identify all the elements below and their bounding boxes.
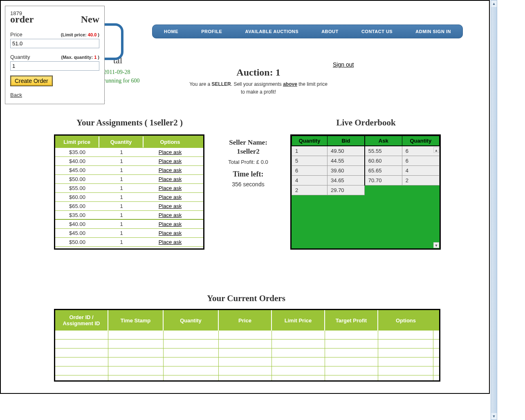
new-order-popup: 1879 New order Price (Limit price: 40.0 … xyxy=(5,6,105,104)
total-profit: Total Profit: £ 0.0 xyxy=(213,159,283,165)
assignments-head-row: Limit price Quantity Options xyxy=(55,136,203,148)
orderbook-row: 229.70 xyxy=(292,185,440,195)
assignment-quantity: 1 xyxy=(99,194,144,200)
time-left-label: Time left: xyxy=(213,170,283,179)
back-link[interactable]: Back xyxy=(10,92,99,98)
ob-ask: 55.55 xyxy=(365,146,402,156)
assignment-limit-price: $55.00 xyxy=(55,185,99,191)
nav-admin-sign-in[interactable]: ADMIN SIGN IN xyxy=(415,29,451,34)
place-ask-link[interactable]: Place ask xyxy=(159,203,182,209)
assignment-row: $45.001Place ask xyxy=(55,166,203,175)
nav-contact-us[interactable]: CONTACT US xyxy=(361,29,393,34)
assignment-quantity: 1 xyxy=(99,158,144,164)
orderbook-table: Quantity Bid Ask Quantity 149.5055.55654… xyxy=(290,134,441,250)
place-ask-link[interactable]: Place ask xyxy=(159,149,182,155)
ob-bid: 29.70 xyxy=(328,185,365,195)
place-ask-link[interactable]: Place ask xyxy=(159,167,182,173)
price-field-row: Price (Limit price: 40.0 ) xyxy=(10,31,99,38)
time-left-value: 356 seconds xyxy=(213,181,283,188)
orders-col-id: Order ID / Assignment ID xyxy=(55,310,108,331)
orders-col-price: Price xyxy=(219,310,272,331)
orderbook-scroll-up[interactable]: ▲ xyxy=(433,147,439,153)
assignment-row: $40.001Place ask xyxy=(55,220,203,229)
place-ask-link[interactable]: Place ask xyxy=(159,230,182,236)
nav-available-auctions[interactable]: AVAILABLE AUCTIONS xyxy=(245,29,298,34)
quantity-hint: (Max. quantity: 1 ) xyxy=(61,55,99,60)
assignment-limit-price: $45.00 xyxy=(55,230,99,236)
seller-name-label: Seller Name: xyxy=(213,139,283,147)
assignment-row: $35.001Place ask xyxy=(55,211,203,220)
place-ask-link[interactable]: Place ask xyxy=(159,212,182,218)
sign-out-link[interactable]: Sign out xyxy=(333,61,354,68)
order-row xyxy=(55,331,439,340)
assignment-quantity: 1 xyxy=(99,149,144,155)
assignment-row: $55.001Place ask xyxy=(55,184,203,193)
order-row xyxy=(55,366,439,375)
orderbook-row: 639.6065.654 xyxy=(292,166,440,176)
place-ask-link[interactable]: Place ask xyxy=(159,248,182,248)
nav-about[interactable]: ABOUT xyxy=(321,29,339,34)
order-row xyxy=(55,349,439,357)
orderbook-row: 434.6570.702 xyxy=(292,176,440,185)
place-ask-link[interactable]: Place ask xyxy=(159,158,182,164)
assignment-row: $55.001Place ask xyxy=(55,247,203,248)
orderbook-scroll-down[interactable]: ▼ xyxy=(433,242,439,248)
place-ask-link[interactable]: Place ask xyxy=(159,176,182,182)
nav-home[interactable]: HOME xyxy=(164,29,178,34)
auction-title: Auction: 1 xyxy=(187,67,330,78)
seller-info: Seller Name: 1seller2 Total Profit: £ 0.… xyxy=(213,139,283,188)
assignment-limit-price: $55.00 xyxy=(55,248,99,248)
assignment-quantity: 1 xyxy=(99,239,144,245)
col-limit-price: Limit price xyxy=(55,136,99,147)
assignment-row: $35.001Place ask xyxy=(55,148,203,157)
order-row xyxy=(55,357,439,366)
assignment-limit-price: $60.00 xyxy=(55,194,99,200)
ob-ask: 70.70 xyxy=(365,176,402,185)
ob-col-bid: Bid xyxy=(328,136,365,146)
quantity-label: Quantity xyxy=(10,54,30,60)
orders-table: Order ID / Assignment ID Time Stamp Quan… xyxy=(54,309,440,382)
ob-bid: 44.55 xyxy=(328,156,365,166)
popup-title: New order xyxy=(10,13,99,26)
ob-bid-qty: 1 xyxy=(292,146,328,156)
quantity-input[interactable] xyxy=(10,61,99,71)
seller-name: 1seller2 xyxy=(237,147,260,155)
place-ask-link[interactable]: Place ask xyxy=(159,221,182,227)
assignment-quantity: 1 xyxy=(99,176,144,182)
ob-ask-qty: 6 xyxy=(402,156,439,166)
price-hint: (Limit price: 40.0 ) xyxy=(61,32,99,37)
assignment-limit-price: $35.00 xyxy=(55,149,99,155)
assignment-limit-price: $50.00 xyxy=(55,176,99,182)
assignment-limit-price: $40.00 xyxy=(55,158,99,164)
assignment-row: $60.001Place ask xyxy=(55,193,203,202)
assignment-quantity: 1 xyxy=(99,203,144,209)
nav-profile[interactable]: PROFILE xyxy=(201,29,222,34)
assignment-quantity: 1 xyxy=(99,230,144,236)
order-row xyxy=(55,340,439,349)
ob-col-bid-qty: Quantity xyxy=(292,136,328,146)
assignment-quantity: 1 xyxy=(99,212,144,218)
place-ask-link[interactable]: Place ask xyxy=(159,239,182,245)
price-input[interactable] xyxy=(10,39,99,48)
place-ask-link[interactable]: Place ask xyxy=(159,185,182,191)
assignment-quantity: 1 xyxy=(99,221,144,227)
ob-bid-qty: 4 xyxy=(292,176,328,185)
ob-ask: 60.60 xyxy=(365,156,402,166)
page-scrollbar[interactable]: ▲ ▼ xyxy=(491,0,497,420)
orderbook-header: Live Orderbook xyxy=(290,118,442,128)
assignment-limit-price: $40.00 xyxy=(55,221,99,227)
assignments-body[interactable]: $35.001Place ask$40.001Place ask$45.001P… xyxy=(55,148,203,248)
assignment-quantity: 1 xyxy=(99,248,144,248)
ob-bid-qty: 6 xyxy=(292,166,328,176)
assignments-header: Your Assignments ( 1seller2 ) xyxy=(54,118,205,128)
price-label: Price xyxy=(10,31,22,38)
orderbook-row: 149.5055.556 xyxy=(292,146,440,156)
orders-body[interactable] xyxy=(55,331,439,380)
ob-bid: 34.65 xyxy=(328,176,365,185)
ob-bid-qty: 2 xyxy=(292,185,328,195)
create-order-button[interactable]: Create Order xyxy=(10,76,53,86)
place-ask-link[interactable]: Place ask xyxy=(159,194,182,200)
assignment-limit-price: $45.00 xyxy=(55,167,99,173)
ob-ask-qty: 2 xyxy=(402,176,439,185)
assignment-quantity: 1 xyxy=(99,167,144,173)
